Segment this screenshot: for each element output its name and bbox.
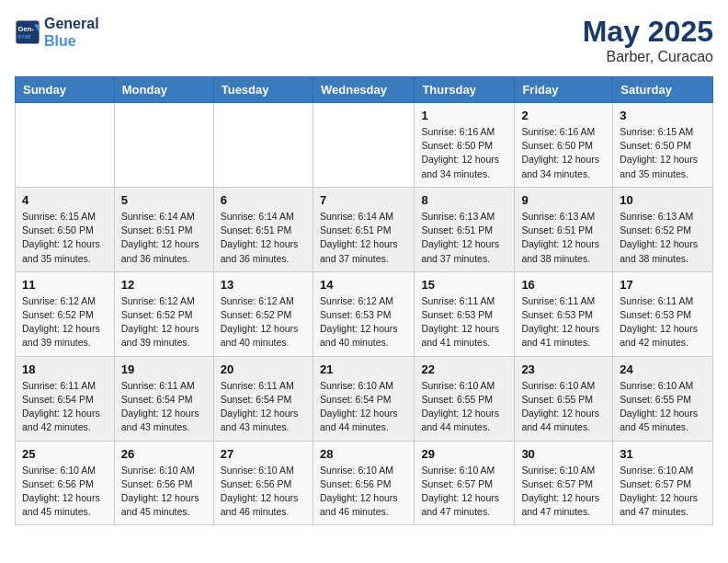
calendar-table: SundayMondayTuesdayWednesdayThursdayFrid… xyxy=(15,76,713,525)
header: Gen- eral General Blue May 2025 Barber, … xyxy=(15,15,713,65)
day-info: Sunrise: 6:12 AM Sunset: 6:53 PM Dayligh… xyxy=(320,294,407,350)
day-info: Sunrise: 6:10 AM Sunset: 6:57 PM Dayligh… xyxy=(521,464,606,520)
calendar-cell: 16Sunrise: 6:11 AM Sunset: 6:53 PM Dayli… xyxy=(515,271,613,356)
day-number: 10 xyxy=(620,193,706,207)
calendar-cell: 9Sunrise: 6:13 AM Sunset: 6:51 PM Daylig… xyxy=(515,187,613,271)
day-info: Sunrise: 6:11 AM Sunset: 6:53 PM Dayligh… xyxy=(421,294,507,350)
calendar-cell xyxy=(313,103,414,188)
day-info: Sunrise: 6:16 AM Sunset: 6:50 PM Dayligh… xyxy=(421,125,507,181)
calendar-cell: 13Sunrise: 6:12 AM Sunset: 6:52 PM Dayli… xyxy=(213,271,313,356)
day-info: Sunrise: 6:13 AM Sunset: 6:51 PM Dayligh… xyxy=(421,210,507,266)
day-info: Sunrise: 6:10 AM Sunset: 6:56 PM Dayligh… xyxy=(320,464,407,520)
day-info: Sunrise: 6:10 AM Sunset: 6:55 PM Dayligh… xyxy=(620,379,706,435)
title-area: May 2025 Barber, Curacao xyxy=(583,15,713,65)
day-info: Sunrise: 6:10 AM Sunset: 6:55 PM Dayligh… xyxy=(521,379,606,435)
calendar-cell xyxy=(114,103,213,188)
day-info: Sunrise: 6:14 AM Sunset: 6:51 PM Dayligh… xyxy=(320,210,407,266)
day-info: Sunrise: 6:13 AM Sunset: 6:51 PM Dayligh… xyxy=(521,210,606,266)
day-number: 24 xyxy=(620,362,706,376)
calendar-cell: 6Sunrise: 6:14 AM Sunset: 6:51 PM Daylig… xyxy=(213,187,313,271)
day-number: 16 xyxy=(521,278,606,292)
day-info: Sunrise: 6:11 AM Sunset: 6:54 PM Dayligh… xyxy=(22,379,108,435)
day-number: 15 xyxy=(421,278,507,292)
day-info: Sunrise: 6:15 AM Sunset: 6:50 PM Dayligh… xyxy=(620,125,706,181)
day-info: Sunrise: 6:10 AM Sunset: 6:56 PM Dayligh… xyxy=(121,464,207,520)
day-info: Sunrise: 6:16 AM Sunset: 6:50 PM Dayligh… xyxy=(521,125,606,181)
day-number: 22 xyxy=(421,362,507,376)
day-number: 9 xyxy=(521,193,606,207)
day-number: 29 xyxy=(421,447,507,461)
day-info: Sunrise: 6:15 AM Sunset: 6:50 PM Dayligh… xyxy=(22,210,108,266)
week-row-1: 1Sunrise: 6:16 AM Sunset: 6:50 PM Daylig… xyxy=(16,103,713,188)
day-info: Sunrise: 6:10 AM Sunset: 6:56 PM Dayligh… xyxy=(221,464,306,520)
calendar-cell: 22Sunrise: 6:10 AM Sunset: 6:55 PM Dayli… xyxy=(415,356,515,441)
day-number: 8 xyxy=(421,193,507,207)
day-number: 21 xyxy=(320,362,407,376)
day-info: Sunrise: 6:10 AM Sunset: 6:56 PM Dayligh… xyxy=(22,464,108,520)
day-info: Sunrise: 6:11 AM Sunset: 6:53 PM Dayligh… xyxy=(521,294,606,350)
day-info: Sunrise: 6:12 AM Sunset: 6:52 PM Dayligh… xyxy=(221,294,306,350)
week-row-3: 11Sunrise: 6:12 AM Sunset: 6:52 PM Dayli… xyxy=(16,271,713,356)
calendar-cell: 26Sunrise: 6:10 AM Sunset: 6:56 PM Dayli… xyxy=(114,441,213,525)
calendar-cell: 19Sunrise: 6:11 AM Sunset: 6:54 PM Dayli… xyxy=(114,356,213,441)
calendar-cell: 14Sunrise: 6:12 AM Sunset: 6:53 PM Dayli… xyxy=(313,271,414,356)
calendar-cell: 28Sunrise: 6:10 AM Sunset: 6:56 PM Dayli… xyxy=(313,441,414,525)
week-row-5: 25Sunrise: 6:10 AM Sunset: 6:56 PM Dayli… xyxy=(16,441,713,525)
calendar-cell: 1Sunrise: 6:16 AM Sunset: 6:50 PM Daylig… xyxy=(415,103,515,188)
day-number: 14 xyxy=(320,278,407,292)
calendar-cell: 3Sunrise: 6:15 AM Sunset: 6:50 PM Daylig… xyxy=(613,103,713,188)
day-info: Sunrise: 6:10 AM Sunset: 6:54 PM Dayligh… xyxy=(320,379,407,435)
calendar-subtitle: Barber, Curacao xyxy=(583,49,713,65)
day-info: Sunrise: 6:12 AM Sunset: 6:52 PM Dayligh… xyxy=(121,294,207,350)
calendar-cell: 23Sunrise: 6:10 AM Sunset: 6:55 PM Dayli… xyxy=(515,356,613,441)
day-number: 17 xyxy=(620,278,706,292)
day-number: 20 xyxy=(221,362,306,376)
day-number: 4 xyxy=(22,193,108,207)
day-number: 23 xyxy=(521,362,606,376)
calendar-cell: 18Sunrise: 6:11 AM Sunset: 6:54 PM Dayli… xyxy=(16,356,115,441)
calendar-cell: 17Sunrise: 6:11 AM Sunset: 6:53 PM Dayli… xyxy=(613,271,713,356)
calendar-cell xyxy=(16,103,115,188)
calendar-cell: 15Sunrise: 6:11 AM Sunset: 6:53 PM Dayli… xyxy=(415,271,515,356)
days-header-row: SundayMondayTuesdayWednesdayThursdayFrid… xyxy=(16,77,713,103)
calendar-cell: 12Sunrise: 6:12 AM Sunset: 6:52 PM Dayli… xyxy=(114,271,213,356)
calendar-cell: 25Sunrise: 6:10 AM Sunset: 6:56 PM Dayli… xyxy=(16,441,115,525)
day-number: 1 xyxy=(421,109,507,122)
day-info: Sunrise: 6:10 AM Sunset: 6:57 PM Dayligh… xyxy=(421,464,507,520)
logo-icon: Gen- eral xyxy=(15,19,40,45)
day-number: 19 xyxy=(121,362,207,376)
day-header-friday: Friday xyxy=(515,77,613,103)
calendar-cell: 7Sunrise: 6:14 AM Sunset: 6:51 PM Daylig… xyxy=(313,187,414,271)
day-info: Sunrise: 6:14 AM Sunset: 6:51 PM Dayligh… xyxy=(221,210,306,266)
day-number: 25 xyxy=(22,447,108,461)
calendar-cell: 5Sunrise: 6:14 AM Sunset: 6:51 PM Daylig… xyxy=(114,187,213,271)
day-header-tuesday: Tuesday xyxy=(213,77,313,103)
day-info: Sunrise: 6:14 AM Sunset: 6:51 PM Dayligh… xyxy=(121,210,207,266)
day-info: Sunrise: 6:10 AM Sunset: 6:55 PM Dayligh… xyxy=(421,379,507,435)
day-number: 7 xyxy=(320,193,407,207)
svg-text:Gen-: Gen- xyxy=(18,25,35,33)
calendar-cell: 21Sunrise: 6:10 AM Sunset: 6:54 PM Dayli… xyxy=(313,356,414,441)
day-header-saturday: Saturday xyxy=(613,77,713,103)
calendar-cell: 2Sunrise: 6:16 AM Sunset: 6:50 PM Daylig… xyxy=(515,103,613,188)
day-info: Sunrise: 6:10 AM Sunset: 6:57 PM Dayligh… xyxy=(620,464,706,520)
day-number: 6 xyxy=(221,193,306,207)
day-header-monday: Monday xyxy=(114,77,213,103)
calendar-cell: 31Sunrise: 6:10 AM Sunset: 6:57 PM Dayli… xyxy=(613,441,713,525)
day-info: Sunrise: 6:12 AM Sunset: 6:52 PM Dayligh… xyxy=(22,294,108,350)
day-number: 28 xyxy=(320,447,407,461)
calendar-cell: 24Sunrise: 6:10 AM Sunset: 6:55 PM Dayli… xyxy=(613,356,713,441)
calendar-cell: 10Sunrise: 6:13 AM Sunset: 6:52 PM Dayli… xyxy=(613,187,713,271)
logo-text-line1: General xyxy=(44,15,99,32)
day-info: Sunrise: 6:13 AM Sunset: 6:52 PM Dayligh… xyxy=(620,210,706,266)
day-number: 2 xyxy=(521,109,606,122)
calendar-cell: 20Sunrise: 6:11 AM Sunset: 6:54 PM Dayli… xyxy=(213,356,313,441)
day-info: Sunrise: 6:11 AM Sunset: 6:54 PM Dayligh… xyxy=(121,379,207,435)
calendar-cell: 30Sunrise: 6:10 AM Sunset: 6:57 PM Dayli… xyxy=(515,441,613,525)
day-number: 5 xyxy=(121,193,207,207)
day-number: 26 xyxy=(121,447,207,461)
day-number: 12 xyxy=(121,278,207,292)
day-number: 13 xyxy=(221,278,306,292)
week-row-2: 4Sunrise: 6:15 AM Sunset: 6:50 PM Daylig… xyxy=(16,187,713,271)
day-number: 31 xyxy=(620,447,706,461)
